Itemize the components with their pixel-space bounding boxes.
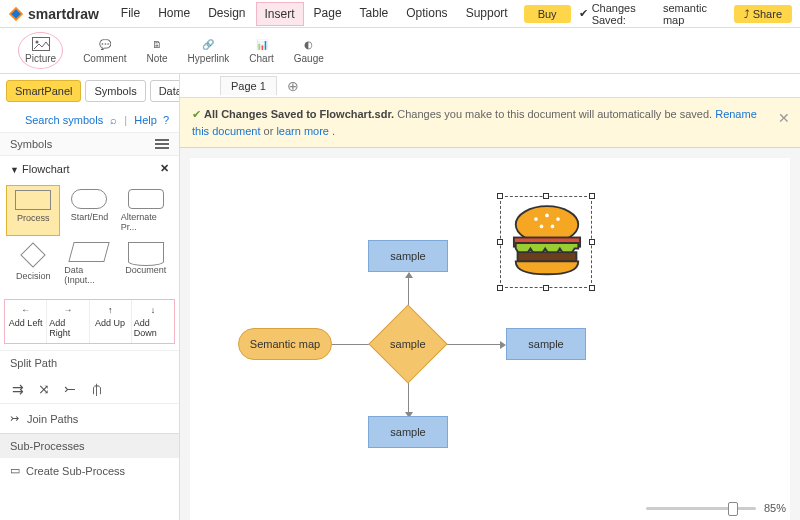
svg-point-5 <box>534 217 538 221</box>
banner-bold: All Changes Saved to Flowchart.sdr. <box>204 108 394 120</box>
join-icon[interactable]: ↣ <box>10 412 19 425</box>
share-button[interactable]: ⤴ Share <box>734 5 792 23</box>
arrow-down-icon: ↓ <box>151 305 156 315</box>
shape-data[interactable]: Data (Input... <box>62 238 116 289</box>
ribbon-note[interactable]: 🗎 Note <box>146 37 167 64</box>
node-right-label: sample <box>528 338 563 350</box>
split-icon-4[interactable]: ⫛ <box>90 381 104 397</box>
help-link[interactable]: Help <box>134 114 157 126</box>
quick-add-row: ←Add Left →Add Right ↑Add Up ↓Add Down <box>4 299 175 344</box>
ribbon-note-label: Note <box>146 53 167 64</box>
shape-data-label: Data (Input... <box>64 265 114 285</box>
main-menu: File Home Design Insert Page Table Optio… <box>113 2 516 26</box>
join-paths-label[interactable]: Join Paths <box>27 413 78 425</box>
shape-startend-label: Start/End <box>71 212 109 222</box>
node-right[interactable]: sample <box>506 328 586 360</box>
add-up-button[interactable]: ↑Add Up <box>90 300 132 343</box>
node-top-label: sample <box>390 250 425 262</box>
hamburger-icon[interactable] <box>155 139 169 149</box>
node-top[interactable]: sample <box>368 240 448 272</box>
svg-point-3 <box>35 41 38 44</box>
zoom-control: 85% <box>646 502 786 514</box>
menu-design[interactable]: Design <box>200 2 253 26</box>
add-right-button[interactable]: →Add Right <box>47 300 89 343</box>
buy-button[interactable]: Buy <box>524 5 571 23</box>
tab-symbols[interactable]: Symbols <box>85 80 145 102</box>
search-symbols-link[interactable]: Search symbols <box>25 114 103 126</box>
zoom-value: 85% <box>764 502 786 514</box>
arrow-up-icon: ↑ <box>108 305 113 315</box>
zoom-thumb[interactable] <box>728 502 738 516</box>
sidebar: SmartPanel Symbols Data ✕ Search symbols… <box>0 74 180 520</box>
banner-text2: or <box>264 125 277 137</box>
arrow-left-icon: ← <box>21 305 30 315</box>
split-icon-1[interactable]: ⇉ <box>12 381 24 397</box>
add-down-label: Add Down <box>134 318 172 338</box>
picture-icon <box>32 37 50 51</box>
shape-document-label: Document <box>125 265 166 275</box>
zoom-slider[interactable] <box>646 507 756 510</box>
banner-close-icon[interactable]: ✕ <box>778 108 790 129</box>
ribbon-picture-label: Picture <box>25 53 56 64</box>
check-icon: ✔ <box>192 108 204 120</box>
learn-more-link[interactable]: learn more <box>276 125 329 137</box>
shape-decision[interactable]: Decision <box>6 238 60 289</box>
ribbon-chart[interactable]: 📊 Chart <box>249 37 273 64</box>
create-sub-label[interactable]: Create Sub-Process <box>26 465 125 477</box>
banner-text1: Changes you make to this document will a… <box>397 108 715 120</box>
chevron-down-icon[interactable]: ▼ <box>10 165 19 175</box>
svg-point-7 <box>556 217 560 221</box>
split-icon-2[interactable]: ⤨ <box>38 381 50 397</box>
menu-support[interactable]: Support <box>458 2 516 26</box>
menu-page[interactable]: Page <box>306 2 350 26</box>
arrow-right-icon: → <box>63 305 72 315</box>
node-start[interactable]: Semantic map <box>238 328 332 360</box>
chart-icon: 📊 <box>253 37 271 51</box>
close-category-icon[interactable]: ✕ <box>160 162 169 175</box>
add-up-label: Add Up <box>95 318 125 328</box>
help-icon[interactable]: ? <box>163 114 169 126</box>
app-logo: smartdraw <box>8 6 99 22</box>
add-down-button[interactable]: ↓Add Down <box>132 300 174 343</box>
inserted-image[interactable] <box>500 196 592 288</box>
ribbon-picture[interactable]: Picture <box>18 32 63 69</box>
tab-data[interactable]: Data <box>150 80 180 102</box>
page-tab-1[interactable]: Page 1 <box>220 76 277 95</box>
add-left-button[interactable]: ←Add Left <box>5 300 47 343</box>
menu-table[interactable]: Table <box>352 2 397 26</box>
app-name: smartdraw <box>28 6 99 22</box>
ribbon-hyperlink[interactable]: 🔗 Hyperlink <box>188 37 230 64</box>
svg-point-8 <box>540 225 544 229</box>
shape-process[interactable]: Process <box>6 185 60 236</box>
ribbon-gauge[interactable]: ◐ Gauge <box>294 37 324 64</box>
ribbon-comment[interactable]: 💬 Comment <box>83 37 126 64</box>
menu-options[interactable]: Options <box>398 2 455 26</box>
shape-document[interactable]: Document <box>119 238 173 289</box>
add-page-button[interactable]: ⊕ <box>287 78 299 94</box>
comment-icon: 💬 <box>96 37 114 51</box>
menu-insert[interactable]: Insert <box>256 2 304 26</box>
canvas[interactable]: Semantic map sample sample sample sample <box>190 158 790 520</box>
node-start-label: Semantic map <box>250 338 320 350</box>
svg-rect-11 <box>518 252 577 261</box>
subprocesses-header: Sub-Processes <box>0 433 179 458</box>
gauge-icon: ◐ <box>300 37 318 51</box>
add-left-label: Add Left <box>9 318 43 328</box>
node-center[interactable]: sample <box>380 316 436 372</box>
shape-alternate[interactable]: Alternate Pr... <box>119 185 173 236</box>
checkmark-icon: ✔ <box>579 7 588 20</box>
ribbon-chart-label: Chart <box>249 53 273 64</box>
menu-file[interactable]: File <box>113 2 148 26</box>
split-icon-3[interactable]: ⤚ <box>64 381 76 397</box>
shape-startend[interactable]: Start/End <box>62 185 116 236</box>
node-bottom[interactable]: sample <box>368 416 448 448</box>
insert-ribbon: Picture 💬 Comment 🗎 Note 🔗 Hyperlink 📊 C… <box>0 28 800 74</box>
search-icon[interactable]: ⌕ <box>110 114 117 126</box>
share-icon: ⤴ <box>744 8 750 20</box>
category-flowchart[interactable]: Flowchart <box>22 163 70 175</box>
burger-icon <box>501 197 593 289</box>
shape-decision-label: Decision <box>16 271 51 281</box>
menu-home[interactable]: Home <box>150 2 198 26</box>
ribbon-gauge-label: Gauge <box>294 53 324 64</box>
tab-smartpanel[interactable]: SmartPanel <box>6 80 81 102</box>
